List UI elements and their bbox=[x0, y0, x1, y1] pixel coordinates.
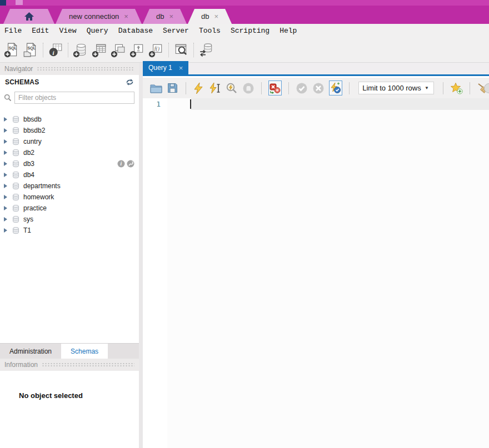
schema-tree-item[interactable]: sys i bbox=[0, 214, 139, 225]
svg-text:f(): f() bbox=[154, 46, 159, 52]
schema-tree-item[interactable]: departments i bbox=[0, 180, 139, 192]
open-sql-script-icon: SQL bbox=[23, 42, 38, 58]
search-data-button[interactable] bbox=[172, 41, 191, 59]
toolbar-separator bbox=[168, 43, 169, 57]
expand-arrow-icon[interactable] bbox=[4, 162, 10, 166]
schema-wrench-icon[interactable] bbox=[127, 160, 134, 168]
connection-tab-new-connection[interactable]: new connection × bbox=[56, 9, 142, 24]
header-texture bbox=[42, 363, 134, 368]
limit-rows-value: Limit to 1000 rows bbox=[362, 84, 421, 92]
schema-tree-item[interactable]: bbsdb i bbox=[0, 114, 139, 125]
filter-objects-input[interactable] bbox=[14, 92, 134, 104]
menu-item[interactable]: Query bbox=[87, 27, 108, 35]
rollback-button bbox=[312, 81, 325, 95]
schema-tree-item[interactable]: db2 i bbox=[0, 147, 139, 158]
toolbar-separator bbox=[443, 82, 443, 94]
create-function-button[interactable]: f() bbox=[147, 41, 166, 59]
create-table-icon bbox=[92, 42, 107, 58]
menu-item[interactable]: View bbox=[59, 27, 76, 35]
create-table-button[interactable] bbox=[90, 41, 109, 59]
create-view-button[interactable] bbox=[109, 41, 128, 59]
refresh-icon bbox=[126, 78, 134, 86]
explain-button[interactable] bbox=[226, 81, 238, 95]
toolbar-separator bbox=[470, 82, 470, 94]
expand-arrow-icon[interactable] bbox=[4, 195, 10, 199]
create-function-icon: f() bbox=[148, 42, 164, 58]
toggle-autocommit-button[interactable] bbox=[329, 80, 342, 95]
sql-editor-toolbar: Limit to 1000 rows ▼ bbox=[143, 78, 489, 98]
open-sql-script-button[interactable]: SQL bbox=[21, 41, 40, 59]
mysql-workbench-window: new connection × db × db × File Edit Vie… bbox=[0, 0, 489, 448]
close-icon[interactable]: × bbox=[124, 13, 128, 20]
connection-tab-label: db bbox=[156, 12, 164, 21]
close-icon[interactable]: × bbox=[169, 13, 173, 20]
schema-tree-item[interactable]: db3 i bbox=[0, 158, 139, 169]
save-button[interactable] bbox=[167, 81, 179, 95]
query-tab[interactable]: Query 1 × bbox=[143, 61, 188, 74]
schema-tree-item[interactable]: cuntry i bbox=[0, 136, 139, 147]
execute-button[interactable] bbox=[193, 81, 205, 95]
tab-label: Administration bbox=[9, 348, 52, 355]
toolbar-separator bbox=[261, 82, 262, 94]
schema-name: homework bbox=[23, 193, 54, 201]
menu-item[interactable]: Database bbox=[118, 27, 153, 35]
inspector-button[interactable]: i bbox=[46, 41, 65, 59]
create-schema-icon bbox=[73, 42, 88, 58]
expand-arrow-icon[interactable] bbox=[4, 150, 10, 155]
menu-item[interactable]: Edit bbox=[32, 27, 49, 35]
inspector-icon: i bbox=[48, 42, 63, 58]
expand-arrow-icon[interactable] bbox=[4, 128, 10, 133]
open-file-button[interactable] bbox=[150, 81, 162, 95]
expand-arrow-icon[interactable] bbox=[4, 206, 10, 210]
database-icon bbox=[12, 215, 20, 223]
tab-schemas[interactable]: Schemas bbox=[61, 344, 108, 359]
connection-tab-db-1[interactable]: db × bbox=[143, 9, 187, 24]
expand-arrow-icon[interactable] bbox=[4, 217, 10, 222]
toggle-stop-on-error-button[interactable] bbox=[268, 80, 282, 95]
sql-editor[interactable]: 1 bbox=[143, 98, 489, 448]
schema-tree-item[interactable]: homework i bbox=[0, 192, 139, 203]
menu-item[interactable]: Scripting bbox=[231, 27, 270, 35]
new-sql-tab-button[interactable]: SQL bbox=[2, 41, 21, 59]
titlebar-decoration bbox=[16, 0, 23, 5]
expand-arrow-icon[interactable] bbox=[4, 173, 10, 177]
schema-tree-item[interactable]: bbsdb2 i bbox=[0, 125, 139, 136]
schema-tree-item[interactable]: db4 i bbox=[0, 169, 139, 180]
connection-tab-db-2-active[interactable]: db × bbox=[188, 9, 232, 24]
schema-name: db3 bbox=[23, 160, 34, 168]
limit-rows-dropdown[interactable]: Limit to 1000 rows ▼ bbox=[358, 82, 434, 94]
schema-tree-item[interactable]: practice i bbox=[0, 203, 139, 214]
panel-splitter[interactable] bbox=[139, 63, 143, 448]
expand-arrow-icon[interactable] bbox=[4, 228, 10, 233]
expand-arrow-icon[interactable] bbox=[4, 117, 10, 122]
stop-button bbox=[242, 81, 255, 95]
schema-name: cuntry bbox=[23, 138, 42, 145]
schema-name: bbsdb bbox=[23, 115, 42, 123]
menu-item[interactable]: Tools bbox=[199, 27, 221, 35]
schema-info-icon[interactable]: i bbox=[117, 160, 125, 168]
refresh-schemas-button[interactable] bbox=[126, 78, 134, 86]
expand-arrow-icon[interactable] bbox=[4, 184, 10, 188]
schemas-title: SCHEMAS bbox=[5, 78, 39, 86]
schema-name: T1 bbox=[23, 226, 31, 234]
expand-arrow-icon[interactable] bbox=[4, 139, 10, 144]
home-tab[interactable] bbox=[3, 9, 54, 24]
menu-item[interactable]: Help bbox=[280, 27, 297, 35]
tab-administration[interactable]: Administration bbox=[0, 344, 61, 359]
schema-tree-item[interactable]: T1 i bbox=[0, 225, 139, 236]
navigator-title: Navigator bbox=[4, 65, 33, 73]
create-schema-button[interactable] bbox=[71, 41, 90, 59]
add-snippet-button[interactable] bbox=[450, 81, 463, 95]
menu-item[interactable]: File bbox=[4, 27, 22, 35]
database-icon bbox=[12, 204, 20, 212]
menu-item[interactable]: Server bbox=[163, 27, 189, 35]
execute-current-button[interactable] bbox=[209, 81, 221, 95]
toolbar-separator bbox=[68, 43, 68, 57]
title-bar bbox=[0, 0, 489, 6]
reconnect-dbms-button[interactable] bbox=[197, 41, 216, 59]
reconnect-dbms-icon bbox=[198, 42, 214, 58]
close-icon[interactable]: × bbox=[179, 64, 183, 72]
close-icon[interactable]: × bbox=[214, 13, 218, 20]
create-procedure-button[interactable] bbox=[128, 41, 147, 59]
tab-label: Schemas bbox=[71, 348, 98, 355]
